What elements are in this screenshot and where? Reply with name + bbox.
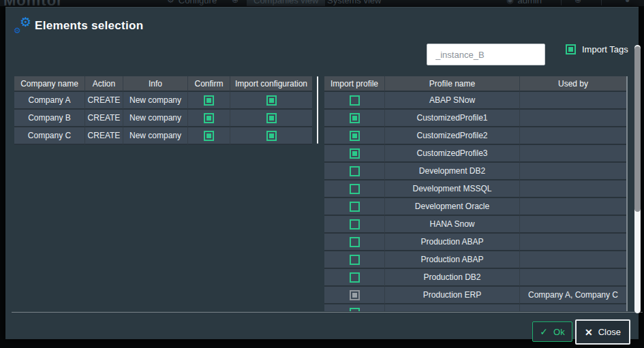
used-by-cell xyxy=(520,127,626,145)
profile-row: CustomizedProfile1 xyxy=(324,110,626,127)
confirm-checkbox[interactable] xyxy=(204,131,214,141)
confirm-checkbox[interactable] xyxy=(204,113,214,123)
column-header: Import configuration xyxy=(230,76,312,92)
confirm-checkbox-cell xyxy=(188,127,230,145)
profile-name-cell: Production DB2 xyxy=(385,269,520,287)
column-header: Import profile xyxy=(324,76,385,92)
profile-row: Development DB2 xyxy=(324,163,626,180)
profile-name-cell: Production ERP xyxy=(385,287,520,304)
nav-item-admin[interactable]: ◉ admin xyxy=(506,0,542,6)
import-profile-checkbox[interactable] xyxy=(350,308,360,311)
import-profile-checkbox[interactable] xyxy=(350,113,360,123)
company-name-cell: Company B xyxy=(14,110,85,127)
profile-row: CustomizedProfile2 xyxy=(324,127,626,145)
info-cell: New company xyxy=(123,92,188,110)
elements-selection-dialog: ⚙ ⚙ Elements selection Import Tags Compa… xyxy=(5,7,639,339)
import-profile-checkbox-cell xyxy=(324,304,385,311)
nav-item-configure[interactable]: ⚙ Configure xyxy=(167,0,217,6)
used-by-cell xyxy=(520,269,626,287)
profile-name-cell: Development MSSQL xyxy=(385,180,520,198)
import-profile-checkbox-cell xyxy=(324,287,385,304)
import-configuration-checkbox[interactable] xyxy=(266,113,277,123)
column-header: Confirm xyxy=(188,76,230,92)
profile-row: Production DB2 xyxy=(324,269,626,287)
globe-icon: ⊕ xyxy=(232,0,239,6)
profile-name-cell: ABAP SNow xyxy=(385,92,520,110)
import-configuration-checkbox[interactable] xyxy=(266,95,277,106)
close-button-label: Close xyxy=(598,327,621,337)
used-by-cell xyxy=(520,92,626,110)
import-profile-checkbox-cell xyxy=(324,234,385,251)
user-icon: ◉ xyxy=(506,0,513,5)
company-row: Company CCREATENew company xyxy=(14,127,312,145)
profile-row: Development Oracle xyxy=(324,198,626,216)
import-profile-checkbox[interactable] xyxy=(350,237,360,247)
companies-table: Company nameActionInfoConfirmImport conf… xyxy=(14,76,312,145)
action-cell: CREATE xyxy=(85,127,123,145)
import-profile-checkbox-cell xyxy=(324,216,385,234)
info-cell: New company xyxy=(123,127,188,145)
import-profile-checkbox[interactable] xyxy=(350,131,360,141)
language-globe-icon[interactable]: ⊕ xyxy=(574,0,581,6)
import-profile-checkbox-cell xyxy=(324,269,385,287)
nav-item-systems-view[interactable]: Systems view xyxy=(327,0,381,6)
nav-item-label: admin xyxy=(517,0,541,5)
import-tags-label: Import Tags xyxy=(582,44,628,54)
profile-name-cell xyxy=(385,304,520,311)
profile-name-cell: CustomizedProfile1 xyxy=(385,110,520,127)
used-by-cell: Company A, Company C xyxy=(520,287,626,304)
company-row: Company BCREATENew company xyxy=(14,110,312,127)
info-cell: New company xyxy=(123,110,188,127)
used-by-cell xyxy=(520,251,626,269)
used-by-cell xyxy=(520,216,626,234)
gears-icon: ⚙ ⚙ xyxy=(14,16,33,35)
confirm-checkbox[interactable] xyxy=(204,95,214,106)
companies-table-header: Company nameActionInfoConfirmImport conf… xyxy=(14,76,312,92)
used-by-cell xyxy=(520,110,626,127)
profiles-table-scrollbar[interactable] xyxy=(626,76,628,311)
used-by-cell xyxy=(520,304,626,311)
import-profile-checkbox[interactable] xyxy=(350,95,360,106)
import-profile-checkbox[interactable] xyxy=(350,290,360,300)
page-background: Monitor ⚙ Configure ⊕ Companies view Sys… xyxy=(0,0,644,348)
footer-divider xyxy=(12,312,643,313)
import-profile-checkbox[interactable] xyxy=(350,184,360,194)
import-profile-checkbox-cell xyxy=(324,251,385,269)
profiles-table: Import profileProfile nameUsed by ABAP S… xyxy=(324,76,626,311)
nav-item-companies-view[interactable]: Companies view xyxy=(247,0,325,6)
used-by-cell xyxy=(520,198,626,216)
column-header: Company name xyxy=(14,76,85,92)
instance-name-input[interactable] xyxy=(427,44,545,65)
nav-divider xyxy=(601,0,602,5)
profile-name-cell: Development Oracle xyxy=(385,198,520,216)
profile-name-cell: HANA Snow xyxy=(385,216,520,234)
company-row: Company ACREATENew company xyxy=(14,92,312,110)
import-profile-checkbox-cell xyxy=(324,145,385,163)
companies-table-scrollbar[interactable] xyxy=(317,76,318,144)
used-by-cell xyxy=(520,163,626,180)
import-profile-checkbox[interactable] xyxy=(350,255,360,265)
import-profile-checkbox[interactable] xyxy=(350,148,360,159)
import-profile-checkbox[interactable] xyxy=(350,272,360,283)
notifications-bell-icon[interactable]: ● xyxy=(625,0,630,6)
profile-row: Production ABAP xyxy=(324,251,626,269)
import-profile-checkbox[interactable] xyxy=(350,219,360,230)
profile-name-cell: CustomizedProfile2 xyxy=(385,127,520,145)
confirm-checkbox-cell xyxy=(188,92,230,110)
app-logo[interactable]: Monitor xyxy=(3,0,63,6)
confirm-checkbox-cell xyxy=(188,110,230,127)
close-button[interactable]: ✕ Close xyxy=(575,319,630,345)
nav-item-label: Companies view xyxy=(254,0,318,5)
import-configuration-checkbox-cell xyxy=(230,127,312,145)
import-configuration-checkbox[interactable] xyxy=(266,131,277,141)
import-profile-checkbox-cell xyxy=(324,92,385,110)
profile-row: Production ERPCompany A, Company C xyxy=(324,287,626,304)
import-profile-checkbox[interactable] xyxy=(350,166,360,176)
import-profile-checkbox[interactable] xyxy=(350,202,360,212)
ok-button[interactable]: ✓ Ok xyxy=(532,321,572,342)
close-icon: ✕ xyxy=(585,327,593,338)
company-name-cell: Company A xyxy=(14,92,85,110)
modal-scrollbar-thumb[interactable] xyxy=(634,46,641,212)
import-profile-checkbox-cell xyxy=(324,110,385,127)
import-tags-checkbox[interactable] xyxy=(566,44,576,54)
